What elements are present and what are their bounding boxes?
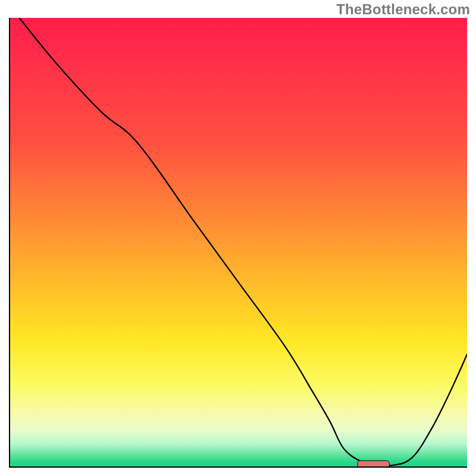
chart-area <box>9 18 467 468</box>
background-gradient <box>10 18 467 466</box>
watermark-text: TheBottleneck.com <box>336 1 470 18</box>
chart-container: TheBottleneck.com <box>0 0 476 476</box>
